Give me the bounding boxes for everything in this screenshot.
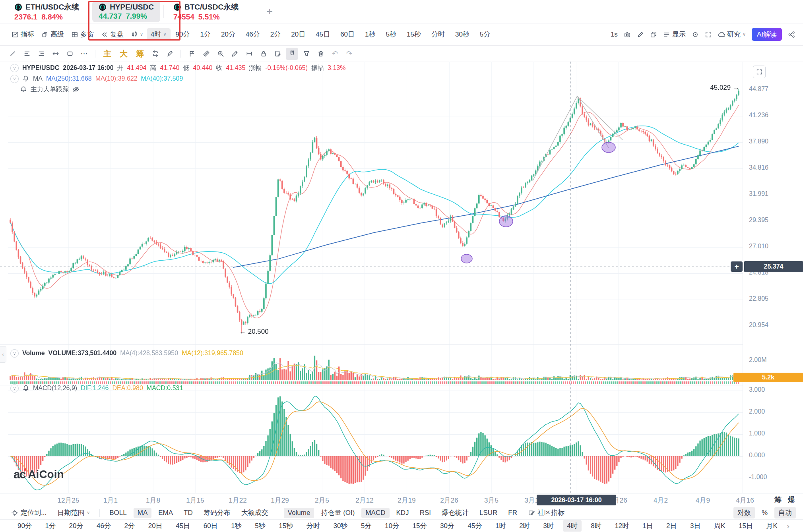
interval-1分[interactable]: 1分: [41, 520, 60, 532]
interval-2分[interactable]: 2分: [120, 520, 139, 532]
replay-loop-icon[interactable]: [149, 48, 161, 60]
indicator-持仓量 (OI)[interactable]: 持仓量 (OI): [317, 507, 359, 518]
interval-preset-5分[interactable]: 5分: [475, 30, 495, 39]
interval-45日[interactable]: 45日: [172, 520, 194, 532]
brush-icon[interactable]: [163, 48, 176, 60]
interval-30秒[interactable]: 30秒: [329, 520, 351, 532]
scale-对数[interactable]: 对数: [733, 507, 755, 518]
interval-preset-90分[interactable]: 90分: [171, 30, 195, 39]
interval-30分[interactable]: 30分: [436, 520, 458, 532]
undo-button[interactable]: ↶: [329, 48, 341, 60]
interval-preset-20日[interactable]: 20日: [286, 30, 310, 39]
interval-preset-45日[interactable]: 45日: [310, 30, 335, 39]
alert-bell-icon[interactable]: [22, 75, 29, 82]
interval-preset-20分[interactable]: 20分: [216, 30, 241, 39]
toolbar-menu-2[interactable]: 多窗: [68, 30, 97, 39]
scale-自动[interactable]: 自动: [774, 507, 796, 518]
interval-select[interactable]: 4时∨: [147, 28, 171, 41]
interval-preset-30秒[interactable]: 30秒: [450, 30, 475, 39]
filter-funnel-icon[interactable]: [300, 48, 312, 60]
interval-15分[interactable]: 15分: [409, 520, 431, 532]
ruler-icon[interactable]: [200, 48, 212, 60]
ai-analysis-button[interactable]: AI解读: [752, 28, 782, 41]
interval-15秒[interactable]: 15秒: [275, 520, 297, 532]
indicator-KDJ[interactable]: KDJ: [392, 508, 413, 518]
redo-button[interactable]: ↷: [343, 48, 355, 60]
display-settings[interactable]: 显示: [663, 30, 686, 39]
date-range-button[interactable]: 日期范围∨: [53, 507, 94, 518]
overlay-MA[interactable]: MA: [134, 508, 152, 518]
interval-1日[interactable]: 1日: [638, 520, 657, 532]
fullscreen-icon[interactable]: [705, 31, 712, 38]
indicator-爆仓统计[interactable]: 爆仓统计: [438, 507, 473, 518]
interval-3日[interactable]: 3日: [686, 520, 704, 532]
indicator-RSI[interactable]: RSI: [416, 508, 435, 518]
draw-pencil-icon[interactable]: [637, 31, 644, 38]
trash-icon[interactable]: [314, 48, 327, 60]
interval-2时[interactable]: 2时: [515, 520, 533, 532]
interval-90分[interactable]: 90分: [14, 520, 36, 532]
interval-preset-1分[interactable]: 1分: [195, 30, 216, 39]
indicator-Volume[interactable]: Volume: [284, 508, 314, 518]
draw-line-icon[interactable]: [6, 48, 19, 60]
draw-rect-icon[interactable]: [64, 48, 76, 60]
align-lines-2-icon[interactable]: [35, 48, 47, 60]
interval-8时[interactable]: 8时: [587, 520, 605, 532]
measure-icon[interactable]: [243, 48, 255, 60]
more-intervals-button[interactable]: ›: [787, 522, 789, 530]
gold-tool-1[interactable]: 大: [116, 48, 131, 59]
bookmark-flag-icon[interactable]: [186, 48, 198, 60]
more-tools-button[interactable]: ⋯: [78, 48, 90, 60]
toolbar-menu-0[interactable]: 指标: [8, 30, 38, 39]
magnet-icon[interactable]: [286, 48, 298, 60]
candle-type-select[interactable]: ∨: [127, 31, 147, 38]
interval-20日[interactable]: 20日: [144, 520, 167, 532]
lock-icon[interactable]: [257, 48, 270, 60]
camera-icon[interactable]: [624, 31, 631, 38]
toolbar-menu-1[interactable]: 高级: [38, 30, 68, 39]
time-axis[interactable]: 2026-03-17 16:00 筹爆 12月251月11月81月151月221…: [0, 493, 803, 506]
interval-preset-60日[interactable]: 60日: [335, 30, 360, 39]
eye-off-icon[interactable]: [72, 86, 80, 93]
interval-1时[interactable]: 1时: [491, 520, 510, 532]
locate-button[interactable]: 定位到...: [7, 507, 50, 518]
share-icon[interactable]: [788, 31, 795, 38]
interval-60日[interactable]: 60日: [200, 520, 222, 532]
interval-45分[interactable]: 45分: [464, 520, 486, 532]
interval-5秒[interactable]: 5秒: [251, 520, 269, 532]
interval-周K[interactable]: 周K: [710, 520, 729, 532]
symbol-tab-0[interactable]: ETH/USDC永续2376.18.84%: [8, 1, 85, 22]
collapse-volume-icon[interactable]: ∨: [10, 349, 19, 358]
interval-4时[interactable]: 4时: [563, 520, 581, 532]
alert-bell-icon[interactable]: [22, 385, 29, 392]
community-indicators[interactable]: 社区指标: [524, 507, 568, 518]
sidebar-collapse-handle[interactable]: ‹: [0, 346, 6, 363]
interval-preset-46分[interactable]: 46分: [241, 30, 265, 39]
interval-1秒[interactable]: 1秒: [227, 520, 245, 532]
interval-preset-分时[interactable]: 分时: [426, 30, 450, 39]
interval-5分[interactable]: 5分: [357, 520, 375, 532]
collapse-ma-icon[interactable]: ∨: [10, 75, 19, 83]
gold-tool-0[interactable]: 主: [100, 48, 114, 59]
side-tab-爆[interactable]: 爆: [788, 495, 795, 505]
refresh-speed[interactable]: 1s: [611, 31, 618, 39]
interval-月K[interactable]: 月K: [762, 520, 782, 532]
indicator-LSUR[interactable]: LSUR: [475, 508, 501, 518]
symbol-tab-2[interactable]: BTC/USDC永续745545.51%: [167, 1, 245, 22]
interval-10分[interactable]: 10分: [381, 520, 403, 532]
overlay-BOLL[interactable]: BOLL: [105, 508, 130, 518]
interval-46分[interactable]: 46分: [93, 520, 115, 532]
draw-pen-icon[interactable]: [229, 48, 241, 60]
indicator-FR[interactable]: FR: [504, 508, 521, 518]
interval-preset-5秒[interactable]: 5秒: [381, 30, 402, 39]
align-lines-icon[interactable]: [21, 48, 33, 60]
doc-edit-icon[interactable]: [272, 48, 284, 60]
interval-20分[interactable]: 20分: [65, 520, 87, 532]
pane-expand-button[interactable]: [753, 66, 766, 78]
add-tab-button[interactable]: +: [264, 6, 275, 17]
interval-2日[interactable]: 2日: [662, 520, 681, 532]
research-menu[interactable]: 研究∨: [718, 30, 746, 39]
interval-preset-15秒[interactable]: 15秒: [402, 30, 426, 39]
collapse-symbol-icon[interactable]: ∨: [10, 64, 19, 72]
interval-preset-2分[interactable]: 2分: [265, 30, 286, 39]
